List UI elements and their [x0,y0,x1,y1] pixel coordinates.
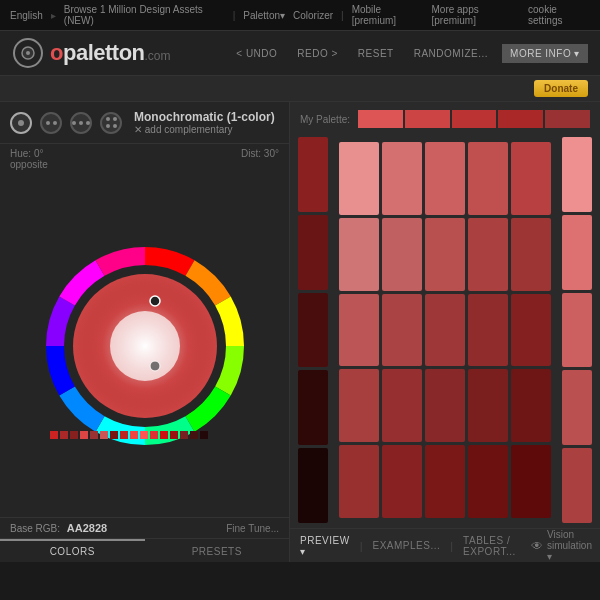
scheme-3color[interactable] [70,112,92,134]
cell-12[interactable] [425,294,465,367]
scheme-2color[interactable] [40,112,62,134]
tab-preview[interactable]: PREVIEW ▾ [290,530,360,562]
wheel-container[interactable] [0,174,289,517]
browse-link[interactable]: Browse 1 Million Design Assets (NEW) [64,4,225,26]
svg-point-6 [150,296,160,306]
svg-rect-14 [110,431,118,439]
cell-24[interactable] [511,445,551,518]
colorizer-link[interactable]: Colorizer [293,10,333,21]
redo-button[interactable]: REDO > [291,45,344,62]
cell-23[interactable] [468,445,508,518]
cell-4[interactable] [511,142,551,215]
palette-color-3[interactable] [452,110,497,128]
reset-button[interactable]: RESET [352,45,400,62]
svg-rect-22 [190,431,198,439]
cell-8[interactable] [468,218,508,291]
left-bottom: Base RGB: AA2828 Fine Tune... [0,517,289,538]
cell-13[interactable] [468,294,508,367]
accent-left-col [298,137,328,523]
cell-18[interactable] [468,369,508,442]
cookie-link[interactable]: cookie settings [528,4,590,26]
right-panel: My Palette: [290,102,600,562]
scheme-4color-dots [105,116,118,129]
svg-rect-17 [140,431,148,439]
accent-right-1[interactable] [562,137,592,212]
tab-examples[interactable]: EXAMPLES... [362,535,450,556]
cell-11[interactable] [382,294,422,367]
tab-tables[interactable]: TABLES / EXPORT... [453,530,531,562]
dot-c [72,121,76,125]
donate-button[interactable]: Donate [534,80,588,97]
scheme-mono[interactable] [10,112,32,134]
hex-value[interactable]: AA2828 [67,522,107,534]
color-wheel[interactable] [45,246,245,446]
cell-7[interactable] [425,218,465,291]
cell-10[interactable] [339,294,379,367]
fine-tune-button[interactable]: Fine Tune... [226,523,279,534]
nav-separator3: | [341,10,344,21]
tab-colors[interactable]: COLORS [0,539,145,562]
dot-d [79,121,83,125]
cell-15[interactable] [339,369,379,442]
dot-b [53,121,57,125]
cell-21[interactable] [382,445,422,518]
accent-left-5[interactable] [298,448,328,523]
cell-17[interactable] [425,369,465,442]
scheme-name: Monochromatic (1-color) [134,110,275,124]
svg-rect-23 [200,431,208,439]
hue-degree: Hue: 0° [10,148,48,159]
cell-2[interactable] [425,142,465,215]
cell-1[interactable] [382,142,422,215]
accent-right-5[interactable] [562,448,592,523]
accent-left-3[interactable] [298,293,328,368]
cell-6[interactable] [382,218,422,291]
accent-left-4[interactable] [298,370,328,445]
palette-strip: My Palette: [290,102,600,132]
dot-h [106,124,110,128]
cell-3[interactable] [468,142,508,215]
accent-left-2[interactable] [298,215,328,290]
cell-9[interactable] [511,218,551,291]
left-tabs: COLORS PRESETS [0,538,289,562]
accent-left-1[interactable] [298,137,328,212]
cell-5[interactable] [339,218,379,291]
more-apps-link[interactable]: More apps [premium] [432,4,521,26]
vision-sim-label: Vision simulation ▾ [547,529,592,562]
cell-14[interactable] [511,294,551,367]
logo: opaletton.com [12,37,171,69]
accent-right-3[interactable] [562,293,592,368]
palette-colors [358,110,590,128]
cell-20[interactable] [339,445,379,518]
palette-color-5[interactable] [545,110,590,128]
palette-label: My Palette: [300,114,350,125]
tab-presets[interactable]: PRESETS [145,539,290,562]
color-grid [331,137,559,523]
cell-16[interactable] [382,369,422,442]
undo-button[interactable]: < UNDO [230,45,283,62]
scheme-4color[interactable] [100,112,122,134]
base-rgb-label: Base RGB: [10,523,60,534]
language-selector[interactable]: English [10,10,43,21]
cell-0[interactable] [339,142,379,215]
svg-rect-10 [70,431,78,439]
svg-rect-11 [80,431,88,439]
cell-19[interactable] [511,369,551,442]
palette-color-1[interactable] [358,110,403,128]
more-info-button[interactable]: MORE INFO ▾ [502,44,588,63]
hue-right: Dist: 30° [241,148,279,170]
accent-right-4[interactable] [562,370,592,445]
vision-simulation[interactable]: 👁 Vision simulation ▾ [531,529,600,562]
mobile-link[interactable]: Mobile [premium] [352,4,424,26]
add-complementary[interactable]: ✕ add complementary [134,124,275,135]
dot-g [113,117,117,121]
logo-icon [12,37,44,69]
randomize-button[interactable]: RANDOMIZE... [408,45,494,62]
scheme-mono-dot [18,120,24,126]
palette-color-4[interactable] [498,110,543,128]
accent-right-2[interactable] [562,215,592,290]
dot-a [46,121,50,125]
cell-22[interactable] [425,445,465,518]
paletton-link[interactable]: Paletton▾ [243,10,285,21]
palette-color-2[interactable] [405,110,450,128]
svg-point-5 [110,311,180,381]
